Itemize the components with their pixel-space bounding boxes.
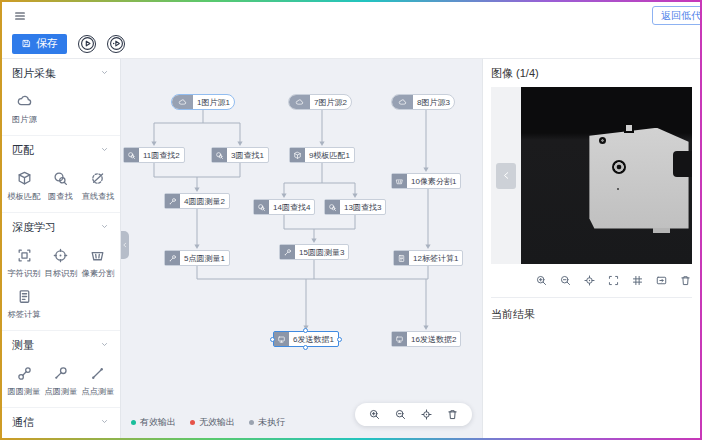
sidebar-tool-圆圆测量[interactable]: 圆圆测量 [6,359,43,400]
node-label: 12标签计算1 [409,251,462,265]
inspection-image[interactable] [521,87,692,264]
flow-node-15圆圆测量3[interactable]: 15圆圆测量3 [279,244,349,260]
cloud-icon [172,95,193,109]
send-icon [392,332,407,346]
image-nav-strip [491,87,521,264]
tool-label: 图片源 [12,114,37,126]
cloud-icon [16,92,33,110]
sidebar-collapse-handle[interactable] [121,231,129,259]
flow-node-5点圆测量1[interactable]: 5点圆测量1 [164,250,230,266]
node-label: 13圆查找3 [340,200,385,214]
canvas-zoom-toolbar [355,403,472,426]
fit-button[interactable] [655,274,668,287]
node-label: 6发送数据1 [289,332,338,346]
flow-node-16发送数据2[interactable]: 16发送数据2 [391,331,461,347]
cube-icon [290,148,305,162]
selection-handle[interactable] [270,337,275,342]
zoom-out-button[interactable] [559,274,572,287]
image-tools [491,274,692,298]
tool-sidebar: 图片采集 图片源 匹配 模板匹配圆查找直线查找 深度学习 字符识别目标识别像素分… [2,58,120,438]
section-title: 深度学习 [12,220,56,235]
locate-button[interactable] [420,408,433,421]
sidebar-section: 通信 [2,408,120,438]
step-run-button[interactable] [107,35,125,53]
node-label: 4圆圆测量2 [180,194,229,208]
cloud-icon [392,95,413,109]
selection-handle[interactable] [303,345,308,350]
menu-icon[interactable] [11,7,29,25]
flow-canvas[interactable]: 有效输出无效输出未执行 1图片源17图片源28图片源311圆查找23圆查找19模… [120,58,482,438]
sidebar-tool-圆查找[interactable]: 圆查找 [43,164,80,205]
sidebar-tool-点圆测量[interactable]: 点圆测量 [43,359,80,400]
prev-image-button[interactable] [496,163,516,189]
flow-node-14圆查找4[interactable]: 14圆查找4 [253,199,315,215]
tool-label: 圆圆测量 [8,386,41,398]
sidebar-tool-直线查找[interactable]: 直线查找 [79,164,116,205]
ocr-icon [16,246,33,264]
flow-node-1图片源1[interactable]: 1图片源1 [171,94,235,110]
sidebar-tool-send[interactable] [6,436,43,438]
node-label: 9模板匹配1 [305,148,354,162]
sidebar-tool-模板匹配[interactable]: 模板匹配 [6,164,43,205]
chevron-down-icon [99,144,110,157]
flow-node-6发送数据1[interactable]: 6发送数据1 [273,331,339,347]
trash-button[interactable] [679,274,692,287]
grid-button[interactable] [631,274,644,287]
zoom-out-button[interactable] [394,408,407,421]
flow-node-8图片源3[interactable]: 8图片源3 [391,94,455,110]
flow-node-3圆查找1[interactable]: 3圆查找1 [211,147,269,163]
save-label: 保存 [36,36,58,51]
flow-node-9模板匹配1[interactable]: 9模板匹配1 [289,147,355,163]
center-hole [612,160,626,174]
sidebar-section-header[interactable]: 图片采集 [2,59,120,85]
save-button[interactable]: 保存 [12,34,67,54]
line-find-icon [89,169,106,187]
sidebar-tool-字符识别[interactable]: 字符识别 [6,241,43,282]
sidebar-tool-图片源[interactable]: 图片源 [6,87,43,128]
flow-node-4圆圆测量2[interactable]: 4圆圆测量2 [164,193,230,209]
status-legend: 有效输出无效输出未执行 [131,416,285,429]
zoom-in-button[interactable] [535,274,548,287]
tool-label: 字符识别 [8,268,41,280]
flow-node-11圆查找2[interactable]: 11圆查找2 [123,147,185,163]
basket-icon [392,174,407,188]
plate-tab [653,228,670,234]
sidebar-section-header[interactable]: 深度学习 [2,213,120,239]
flow-node-10像素分割1[interactable]: 10像素分割1 [391,173,461,189]
run-button[interactable] [78,35,96,53]
sidebar-tool-目标识别[interactable]: 目标识别 [43,241,80,282]
fullscreen-button[interactable] [607,274,620,287]
action-toolbar: 保存 [2,29,700,58]
tool-label: 标签计算 [8,309,41,321]
sidebar-tool-像素分割[interactable]: 像素分割 [79,241,116,282]
fiducial-square [624,123,634,133]
flow-node-13圆查找3[interactable]: 13圆查找3 [324,199,386,215]
section-title: 通信 [12,415,34,430]
trash-button[interactable] [446,408,459,421]
send-icon [274,332,289,346]
flow-node-12标签计算1[interactable]: 12标签计算1 [393,250,463,266]
sidebar-section-header[interactable]: 测量 [2,331,120,357]
locate-button[interactable] [583,274,596,287]
sidebar-tool-点点测量[interactable]: 点点测量 [79,359,116,400]
sidebar-section: 图片采集 图片源 [2,59,120,136]
selection-handle[interactable] [303,328,308,333]
tool-label: 直线查找 [81,191,114,203]
measure-icon [165,194,180,208]
measure-icon [280,245,295,259]
measure-pc-icon [52,364,69,382]
node-label: 14圆查找4 [269,200,314,214]
legend-dot [131,420,136,425]
selection-handle[interactable] [337,337,342,342]
sidebar-tool-标签计算[interactable]: 标签计算 [6,282,43,323]
circle-find-icon [124,148,139,162]
sidebar-section-header[interactable]: 匹配 [2,136,120,162]
legend-item: 未执行 [249,416,285,429]
legend-dot [249,420,254,425]
back-to-lowcode-button[interactable]: 返回低代码 [652,6,700,25]
tool-label: 点点测量 [81,386,114,398]
zoom-in-button[interactable] [368,408,381,421]
flow-node-7图片源2[interactable]: 7图片源2 [288,94,352,110]
sidebar-section-header[interactable]: 通信 [2,408,120,434]
section-title: 匹配 [12,143,34,158]
